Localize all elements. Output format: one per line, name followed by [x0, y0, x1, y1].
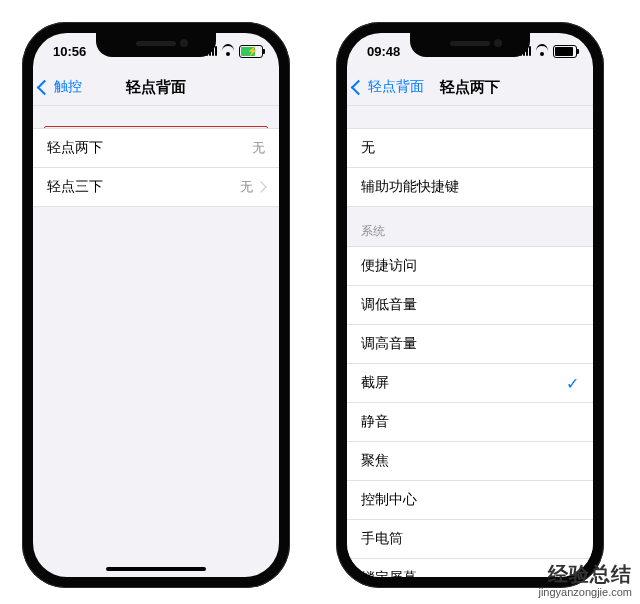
- row-label: 辅助功能快捷键: [361, 178, 459, 196]
- phone-right: 09:48 轻点背面 轻点两下: [336, 22, 604, 588]
- screen-left: 10:56 ⚡ 触控 轻点背面: [33, 33, 279, 577]
- battery-icon: ⚡: [239, 45, 263, 58]
- wifi-icon: [535, 46, 549, 56]
- row-label: 手电筒: [361, 530, 403, 548]
- status-time: 10:56: [53, 44, 86, 59]
- row-double-tap[interactable]: 轻点两下 无: [33, 128, 279, 168]
- row-label: 聚焦: [361, 452, 389, 470]
- watermark-en: jingyanzongjie.com: [538, 586, 632, 598]
- screen-right: 09:48 轻点背面 轻点两下: [347, 33, 593, 577]
- back-label: 轻点背面: [368, 78, 424, 96]
- row-triple-tap[interactable]: 轻点三下 无: [33, 168, 279, 207]
- row-flashlight[interactable]: 手电筒: [347, 520, 593, 559]
- chevron-left-icon: [37, 79, 53, 95]
- row-label: 静音: [361, 413, 389, 431]
- row-mute[interactable]: 静音: [347, 403, 593, 442]
- chevron-right-icon: [255, 181, 266, 192]
- row-spotlight[interactable]: 聚焦: [347, 442, 593, 481]
- row-label: 轻点两下: [47, 139, 103, 157]
- row-screenshot[interactable]: 截屏 ✓: [347, 364, 593, 403]
- chevron-left-icon: [351, 79, 367, 95]
- row-control-center[interactable]: 控制中心: [347, 481, 593, 520]
- home-indicator[interactable]: [106, 567, 206, 571]
- checkmark-icon: ✓: [566, 374, 579, 393]
- row-reachability[interactable]: 便捷访问: [347, 246, 593, 286]
- row-option-accessibility-shortcut[interactable]: 辅助功能快捷键: [347, 168, 593, 207]
- row-label: 无: [361, 139, 375, 157]
- back-button[interactable]: 轻点背面: [353, 78, 424, 96]
- row-label: 调低音量: [361, 296, 417, 314]
- row-volume-up[interactable]: 调高音量: [347, 325, 593, 364]
- status-time: 09:48: [367, 44, 400, 59]
- row-volume-down[interactable]: 调低音量: [347, 286, 593, 325]
- content: 无 辅助功能快捷键 系统 便捷访问 调低音量 调高音量 截屏 ✓: [347, 106, 593, 577]
- notch: [410, 33, 530, 57]
- row-label: 调高音量: [361, 335, 417, 353]
- nav-bar: 轻点背面 轻点两下: [347, 69, 593, 106]
- row-option-none[interactable]: 无: [347, 128, 593, 168]
- row-label: 轻点三下: [47, 178, 103, 196]
- row-label: 截屏: [361, 374, 389, 392]
- wifi-icon: [221, 46, 235, 56]
- row-value: 无: [252, 139, 265, 157]
- notch: [96, 33, 216, 57]
- battery-icon: [553, 45, 577, 58]
- row-label: 便捷访问: [361, 257, 417, 275]
- row-label: 控制中心: [361, 491, 417, 509]
- watermark-zh: 经验总结: [538, 561, 632, 588]
- back-label: 触控: [54, 78, 82, 96]
- content: 轻点两下 无 轻点三下 无: [33, 106, 279, 577]
- phone-left: 10:56 ⚡ 触控 轻点背面: [22, 22, 290, 588]
- section-header-system: 系统: [347, 207, 593, 246]
- watermark: 经验总结 jingyanzongjie.com: [538, 561, 632, 598]
- row-label: 锁定屏幕: [361, 569, 417, 577]
- nav-bar: 触控 轻点背面: [33, 69, 279, 106]
- row-value: 无: [240, 178, 265, 196]
- back-button[interactable]: 触控: [39, 78, 82, 96]
